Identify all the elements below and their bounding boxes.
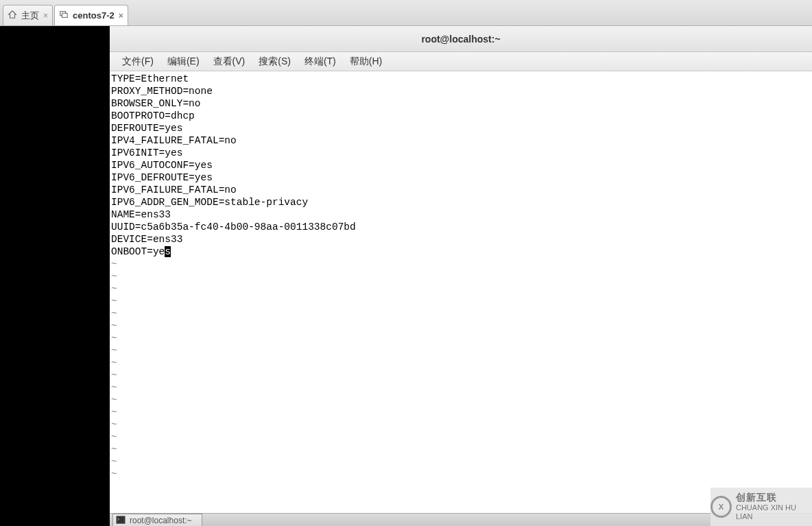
home-icon [8, 10, 17, 21]
watermark-logo-icon: X [710, 496, 732, 518]
editor-tilde: ~ [111, 369, 811, 381]
editor-line: IPV6_AUTOCONF=yes [111, 159, 811, 171]
window-title-bar: root@localhost:~ [110, 26, 812, 52]
vm-icon [59, 10, 69, 21]
close-icon[interactable]: × [119, 11, 123, 21]
menu-edit[interactable]: 编辑(E) [160, 56, 206, 68]
menu-search[interactable]: 搜索(S) [252, 56, 298, 68]
editor-line: IPV6INIT=yes [111, 147, 811, 159]
editor-tilde: ~ [111, 431, 811, 443]
editor-line: IPV4_FAILURE_FATAL=no [111, 134, 811, 147]
editor-tilde: ~ [111, 455, 811, 468]
editor-tilde: ~ [111, 320, 811, 332]
terminal-icon [116, 515, 126, 527]
editor-tilde: ~ [111, 381, 811, 394]
editor-line: BROWSER_ONLY=no [111, 97, 811, 110]
taskbar-app-button[interactable]: root@localhost:~ [112, 514, 202, 526]
watermark-sub: CHUANG XIN HU LIAN [736, 503, 812, 521]
editor-line: IPV6_DEFROUTE=yes [111, 171, 811, 184]
close-icon[interactable]: × [43, 11, 48, 21]
editor-tilde: ~ [111, 344, 811, 357]
editor-tilde: ~ [111, 332, 811, 344]
editor-line: BOOTPROTO=dhcp [111, 110, 811, 122]
menu-view[interactable]: 查看(V) [206, 56, 252, 68]
editor-tilde: ~ [111, 283, 811, 295]
editor-tilde: ~ [111, 270, 811, 283]
taskbar-app-label: root@localhost:~ [130, 516, 192, 525]
editor-tilde: ~ [111, 406, 811, 418]
editor-line: DEFROUTE=yes [111, 122, 811, 134]
editor-tilde: ~ [111, 357, 811, 369]
menu-file[interactable]: 文件(F) [115, 56, 160, 68]
tab-label: centos7-2 [73, 10, 115, 21]
watermark: X 创新互联 CHUANG XIN HU LIAN [710, 488, 812, 526]
editor-cursor: s [165, 246, 171, 257]
tab-home[interactable]: 主页 × [3, 5, 53, 25]
editor-tilde: ~ [111, 443, 811, 455]
editor-tilde: ~ [111, 307, 811, 320]
tab-bar: 主页 × centos7-2 × [0, 0, 812, 26]
menu-help[interactable]: 帮助(H) [343, 56, 389, 68]
editor-tilde: ~ [111, 295, 811, 307]
svg-rect-2 [117, 516, 125, 523]
watermark-brand: 创新互联 [736, 492, 812, 503]
editor-tilde: ~ [111, 258, 811, 270]
editor-line: NAME=ens33 [111, 208, 811, 221]
editor-line: IPV6_FAILURE_FATAL=no [111, 184, 811, 196]
editor-line: DEVICE=ens33 [111, 233, 811, 246]
svg-rect-1 [62, 13, 67, 17]
editor-line: IPV6_ADDR_GEN_MODE=stable-privacy [111, 196, 811, 208]
editor-line: ONBOOT=yes [111, 246, 811, 258]
editor-line: UUID=c5a6b35a-fc40-4b00-98aa-0011338c07b… [111, 221, 811, 233]
menu-terminal[interactable]: 终端(T) [298, 56, 343, 68]
tab-centos7-2[interactable]: centos7-2 × [54, 5, 128, 25]
editor-line: TYPE=Ethernet [111, 73, 811, 85]
terminal-editor[interactable]: TYPE=EthernetPROXY_METHOD=noneBROWSER_ON… [110, 71, 812, 516]
editor-tilde: ~ [111, 418, 811, 431]
editor-line: PROXY_METHOD=none [111, 85, 811, 97]
left-panel [0, 26, 110, 526]
window-title: root@localhost:~ [421, 34, 500, 45]
editor-tilde: ~ [111, 468, 811, 480]
menu-bar: 文件(F) 编辑(E) 查看(V) 搜索(S) 终端(T) 帮助(H) [110, 52, 812, 71]
tab-label: 主页 [21, 10, 39, 22]
task-bar: root@localhost:~ [110, 513, 812, 526]
editor-tilde: ~ [111, 394, 811, 406]
